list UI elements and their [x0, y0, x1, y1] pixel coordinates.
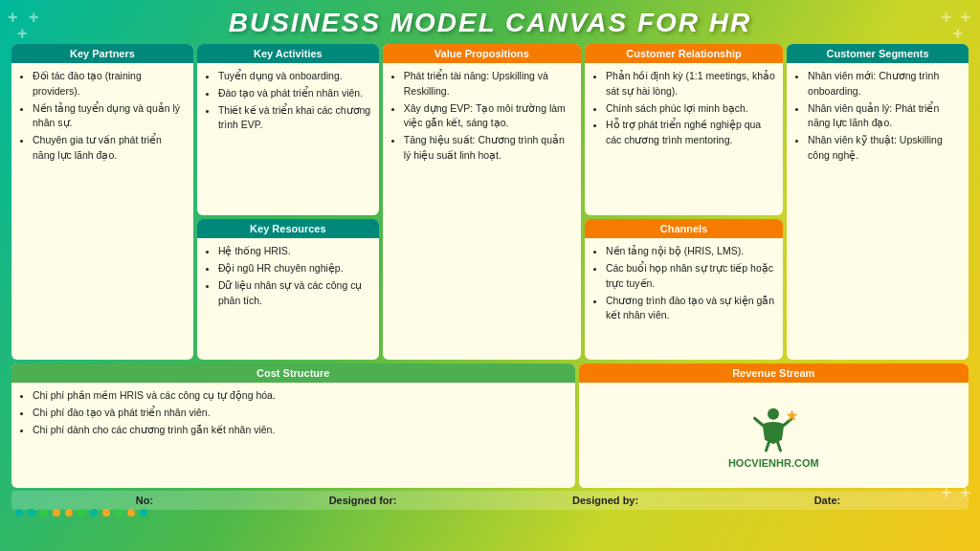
svg-line-3	[767, 439, 770, 450]
dot-4	[53, 509, 60, 517]
key-resources-cell: Key Resources Hệ thống HRIS. Đội ngũ HR …	[197, 219, 379, 360]
key-activities-list: Tuyển dụng và onboarding. Đào tạo và phá…	[205, 69, 371, 133]
footer-designed-by-label: Designed by:	[572, 495, 638, 506]
customer-segments-list: Nhân viên mới: Chương trình onboarding. …	[794, 69, 961, 164]
list-item: Nhân viên kỹ thuật: Upskilling công nghệ…	[808, 133, 961, 164]
canvas-container: + + + + + + + + + BUSINESS MODEL CANVAS …	[0, 0, 980, 551]
value-propositions-header: Value Propositions	[383, 44, 581, 63]
dot-11	[140, 509, 147, 517]
list-item: Chi phí đào tạo và phát triển nhân viên.	[33, 406, 568, 421]
list-item: Các buổi họp nhân sự trực tiếp hoặc trực…	[606, 261, 775, 292]
list-item: Hỗ trợ phát triển nghề nghiệp qua các ch…	[606, 118, 775, 148]
customer-segments-header: Customer Segments	[787, 44, 969, 63]
value-propositions-list: Phát triển tài năng: Upskilling và Reski…	[390, 69, 573, 164]
key-partners-cell: Key Partners Đối tác đào tạo (training p…	[11, 44, 193, 360]
customer-relationship-content: Phản hồi định kỳ (1:1 meetings, khảo sát…	[585, 63, 783, 215]
channels-content: Nền tảng nội bộ (HRIS, LMS). Các buổi họ…	[585, 238, 783, 360]
top-section: Key Partners Đối tác đào tạo (training p…	[11, 44, 969, 360]
list-item: Nhân viên mới: Chương trình onboarding.	[808, 69, 961, 99]
value-propositions-content: Phát triển tài năng: Upskilling và Reski…	[383, 63, 581, 360]
customer-relationship-list: Phản hồi định kỳ (1:1 meetings, khảo sát…	[592, 69, 775, 148]
footer-designed-for: Designed for:	[329, 495, 401, 506]
list-item: Chi phí dành cho các chương trình gắn kế…	[33, 423, 568, 438]
key-partners-content: Đối tác đào tạo (training providers). Nề…	[11, 63, 193, 360]
list-item: Xây dựng EVP: Tạo môi trường làm việc gắ…	[404, 101, 573, 132]
list-item: Chương trình đào tạo và sự kiện gắn kết …	[606, 294, 775, 324]
customer-relationship-cell: Customer Relationship Phản hồi định kỳ (…	[585, 44, 783, 215]
list-item: Chính sách phúc lợi minh bạch.	[606, 101, 775, 117]
footer-designed-for-label: Designed for:	[329, 495, 397, 506]
cost-structure-header: Cost Structure	[11, 364, 575, 383]
list-item: Chuyên gia tư vấn phát triển năng lực lã…	[33, 133, 186, 164]
list-item: Hệ thống HRIS.	[218, 244, 371, 259]
list-item: Tăng hiệu suất: Chương trình quản lý hiệ…	[404, 133, 573, 164]
customer-segments-content: Nhân viên mới: Chương trình onboarding. …	[787, 63, 969, 360]
dot-1	[15, 509, 23, 517]
list-item: Tuyển dụng và onboarding.	[218, 69, 371, 84]
key-partners-header: Key Partners	[11, 44, 193, 63]
list-item: Đội ngũ HR chuyên nghiệp.	[218, 261, 371, 276]
value-propositions-cell: Value Propositions Phát triển tài năng: …	[383, 44, 581, 360]
key-activities-cell: Key Activities Tuyển dụng và onboarding.…	[197, 44, 379, 215]
cost-structure-list: Chi phí phần mềm HRIS và các công cụ tự …	[19, 388, 568, 437]
key-partners-list: Đối tác đào tạo (training providers). Nề…	[19, 69, 186, 164]
list-item: Đối tác đào tạo (training providers).	[33, 69, 186, 99]
cr-channels-column: Customer Relationship Phản hồi định kỳ (…	[585, 44, 783, 360]
deco-dots-row	[15, 509, 147, 517]
key-activities-header: Key Activities	[197, 44, 379, 63]
dot-7	[90, 509, 98, 517]
footer-date-label: Date:	[814, 495, 841, 506]
channels-cell: Channels Nền tảng nội bộ (HRIS, LMS). Cá…	[585, 219, 783, 360]
footer-date: Date:	[814, 495, 845, 506]
hocvienhr-logo	[745, 403, 802, 455]
footer-no-label: No:	[136, 495, 153, 506]
logo-text: HOCVIENHR.COM	[728, 457, 819, 469]
dot-9	[115, 509, 122, 517]
svg-line-4	[777, 439, 781, 450]
revenue-stream-header: Revenue Stream	[579, 364, 969, 383]
key-activities-content: Tuyển dụng và onboarding. Đào tạo và phá…	[197, 63, 379, 215]
activities-resources-column: Key Activities Tuyển dụng và onboarding.…	[197, 44, 379, 360]
channels-list: Nền tảng nội bộ (HRIS, LMS). Các buổi họ…	[592, 244, 775, 323]
revenue-stream-cell: Revenue Stream	[579, 364, 969, 488]
svg-line-1	[755, 418, 766, 427]
channels-header: Channels	[585, 219, 783, 238]
list-item: Phát triển tài năng: Upskilling và Reski…	[404, 69, 573, 99]
dot-5	[65, 509, 73, 517]
list-item: Dữ liệu nhân sự và các công cụ phân tích…	[218, 278, 371, 309]
cost-structure-content: Chi phí phần mềm HRIS và các công cụ tự …	[11, 383, 575, 488]
key-resources-list: Hệ thống HRIS. Đội ngũ HR chuyên nghiệp.…	[205, 244, 371, 308]
page-title: BUSINESS MODEL CANVAS FOR HR	[11, 8, 969, 38]
footer-designed-by: Designed by:	[572, 495, 642, 506]
cost-structure-cell: Cost Structure Chi phí phần mềm HRIS và …	[11, 364, 575, 488]
customer-relationship-header: Customer Relationship	[585, 44, 783, 63]
canvas-grid: Key Partners Đối tác đào tạo (training p…	[11, 44, 969, 488]
list-item: Nền tảng nội bộ (HRIS, LMS).	[606, 244, 775, 259]
list-item: Đào tạo và phát triển nhân viên.	[218, 86, 371, 101]
dot-2	[28, 509, 35, 517]
dot-8	[102, 509, 110, 517]
key-resources-header: Key Resources	[197, 219, 379, 238]
svg-line-2	[782, 418, 792, 427]
bottom-section: Cost Structure Chi phí phần mềm HRIS và …	[11, 364, 969, 488]
svg-point-0	[768, 408, 779, 419]
dot-10	[127, 509, 135, 517]
customer-segments-cell: Customer Segments Nhân viên mới: Chương …	[787, 44, 969, 360]
footer-no: No:	[136, 495, 157, 506]
list-item: Phản hồi định kỳ (1:1 meetings, khảo sát…	[606, 69, 775, 99]
list-item: Nền tảng tuyển dụng và quản lý nhân sự.	[33, 101, 186, 132]
list-item: Nhân viên quản lý: Phát triển năng lực l…	[808, 101, 961, 132]
footer: No: Designed for: Designed by: Date:	[11, 491, 969, 510]
list-item: Thiết kế và triển khai các chương trình …	[218, 103, 371, 134]
key-resources-content: Hệ thống HRIS. Đội ngũ HR chuyên nghiệp.…	[197, 238, 379, 360]
dot-6	[78, 509, 85, 517]
list-item: Chi phí phần mềm HRIS và các công cụ tự …	[33, 388, 568, 404]
revenue-stream-content: HOCVIENHR.COM	[579, 383, 969, 488]
dot-3	[40, 509, 48, 517]
